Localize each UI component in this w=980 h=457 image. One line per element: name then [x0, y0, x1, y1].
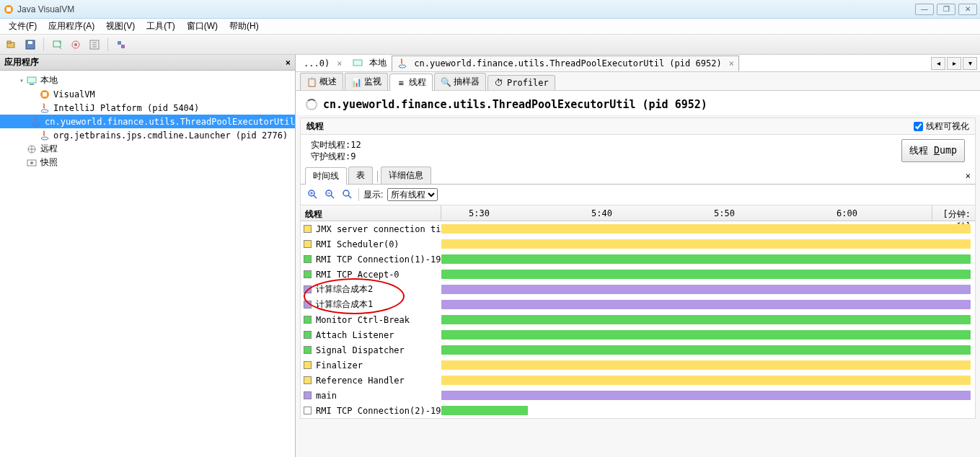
crumb-nav-next[interactable]: ▸ — [947, 57, 961, 70]
timeline-row-name: JMX server connection tim... — [316, 224, 441, 234]
thread-dump-button[interactable]: 线程 Dump — [901, 139, 965, 162]
timeline-row[interactable]: Monitor Ctrl-Break — [301, 312, 975, 327]
svg-rect-12 — [121, 45, 125, 48]
zoom-in-icon[interactable] — [306, 188, 319, 201]
tree-process-node[interactable]: org.jetbrains.jps.cmdline.Launcher (pid … — [0, 128, 295, 142]
crumb-active[interactable]: cn.yueworld.finance.utils.ThreadPoolExec… — [392, 56, 739, 71]
zoom-out-icon[interactable] — [324, 188, 337, 201]
menu-file[interactable]: 文件(F) — [3, 19, 43, 34]
threads-visual-checkbox[interactable]: 线程可视化 — [914, 120, 969, 133]
main-toolbar: + — [0, 35, 980, 55]
thread-state-bar — [441, 376, 971, 385]
timeline-row[interactable]: Finalizer — [301, 358, 975, 373]
crumb-close-icon[interactable]: × — [337, 58, 342, 68]
java-icon — [30, 116, 42, 128]
tree-remote[interactable]: 远程 — [0, 142, 295, 156]
subtab-monitor[interactable]: 📊监视 — [345, 73, 388, 90]
thread-tabs-close[interactable]: × — [966, 171, 971, 181]
timeline-row-bar-cell — [441, 252, 975, 267]
thread-tab-table[interactable]: 表 — [348, 167, 373, 184]
crumb-close-icon[interactable]: × — [729, 58, 734, 68]
timeline-row[interactable]: RMI TCP Accept-0 — [301, 267, 975, 282]
state-swatch-icon — [304, 316, 312, 324]
crumb-prev[interactable]: ...0) × — [299, 56, 347, 71]
timeline-tick-label: 6:00 — [836, 208, 857, 218]
toolbar-dump-icon[interactable] — [86, 37, 103, 53]
threads-icon: ≡ — [396, 78, 406, 88]
window-titlebar: Java VisualVM — ❐ ✕ — [0, 0, 980, 19]
timeline-row[interactable]: 计算综合成本2 — [301, 282, 975, 297]
thread-filter-select[interactable]: 所有线程 — [387, 188, 438, 201]
threads-visual-checkbox-input[interactable] — [914, 122, 923, 131]
zoom-fit-icon[interactable] — [341, 188, 354, 201]
minimize-button[interactable]: — — [915, 4, 934, 15]
svg-point-9 — [74, 43, 77, 46]
thread-tab-timeline[interactable]: 时间线 — [305, 167, 347, 185]
snapshot-icon — [26, 157, 37, 169]
timeline-row[interactable]: RMI TCP Connection(2)-192... — [301, 403, 975, 418]
svg-line-33 — [348, 195, 351, 198]
close-window-button[interactable]: ✕ — [958, 4, 977, 15]
svg-rect-16 — [43, 92, 47, 97]
applications-header-close[interactable]: × — [286, 58, 291, 68]
menu-window[interactable]: 窗口(W) — [181, 19, 224, 34]
tree-process-node[interactable]: VisualVM — [0, 87, 295, 101]
overview-icon: 📋 — [306, 77, 317, 87]
timeline-row-bar-cell — [441, 221, 975, 236]
timeline-row-name: Attach Listener — [316, 330, 394, 340]
menu-help[interactable]: 帮助(H) — [224, 19, 265, 34]
toolbar-open-icon[interactable] — [3, 37, 20, 53]
subtab-profiler[interactable]: ⏱Profiler — [487, 75, 555, 90]
svg-rect-5 — [28, 41, 32, 44]
timeline-row[interactable]: JMX server connection tim... — [301, 221, 975, 236]
remote-icon — [26, 143, 37, 155]
toolbar-save-icon[interactable] — [22, 37, 39, 53]
tree-process-node[interactable]: cn.yueworld.finance.utils.ThreadPoolExec… — [0, 115, 295, 128]
crumb-local[interactable]: 本地 — [347, 55, 392, 71]
state-swatch-icon — [304, 255, 312, 263]
timeline-row-name: Monitor Ctrl-Break — [316, 315, 410, 325]
toolbar-addhost-icon[interactable]: + — [48, 37, 66, 53]
subtab-overview[interactable]: 📋概述 — [300, 73, 343, 90]
svg-line-30 — [331, 195, 334, 198]
timeline-row[interactable]: RMI Scheduler(0) — [301, 236, 975, 252]
visualvm-icon — [39, 89, 50, 100]
timeline-row[interactable]: Attach Listener — [301, 327, 975, 342]
maximize-button[interactable]: ❐ — [937, 4, 955, 15]
thread-tab-details[interactable]: 详细信息 — [381, 167, 431, 184]
dump-btn-pre: 线程 — [909, 145, 934, 156]
menu-apps[interactable]: 应用程序(A) — [43, 19, 100, 34]
timeline-row-name-cell: main — [301, 391, 441, 401]
toolbar-heapdump-icon[interactable] — [112, 37, 130, 53]
tree-snapshots[interactable]: 快照 — [0, 156, 295, 169]
computer-icon — [352, 58, 363, 69]
tree-local[interactable]: ▾ 本地 — [0, 74, 295, 87]
timeline-row[interactable]: 计算综合成本1 — [301, 297, 975, 312]
state-swatch-icon — [304, 225, 312, 233]
expand-toggle-icon[interactable]: ▾ — [17, 76, 26, 84]
timeline-row-bar-cell — [441, 327, 975, 342]
svg-point-19 — [41, 137, 48, 140]
crumb-nav-prev[interactable]: ◂ — [931, 57, 945, 70]
thread-state-bar — [441, 330, 971, 340]
timeline-row[interactable]: Signal Dispatcher — [301, 342, 975, 358]
menu-tools[interactable]: 工具(T) — [141, 19, 180, 34]
timeline-row[interactable]: main — [301, 388, 975, 403]
thread-view-tabs: 时间线 表 详细信息 × — [300, 167, 976, 184]
subtab-threads[interactable]: ≡线程 — [389, 74, 433, 91]
menu-view[interactable]: 视图(V) — [100, 19, 141, 34]
timeline-row[interactable]: RMI TCP Connection(1)-192... — [301, 252, 975, 267]
timeline-tick-label: 5:50 — [714, 208, 735, 218]
svg-point-18 — [32, 123, 40, 126]
toolbar-jmx-icon[interactable] — [67, 37, 84, 53]
tree-process-node[interactable]: IntelliJ Platform (pid 5404) — [0, 101, 295, 115]
java-icon — [39, 102, 50, 114]
svg-rect-11 — [118, 41, 121, 45]
timeline-col-thread[interactable]: 线程 — [301, 205, 441, 221]
subtab-sampler[interactable]: 🔍抽样器 — [434, 73, 486, 90]
timeline-row[interactable]: Reference Handler — [301, 373, 975, 388]
state-swatch-icon — [304, 376, 312, 384]
computer-icon — [26, 75, 37, 86]
crumb-nav-dropdown[interactable]: ▾ — [963, 57, 977, 70]
thread-state-bar — [441, 300, 971, 309]
